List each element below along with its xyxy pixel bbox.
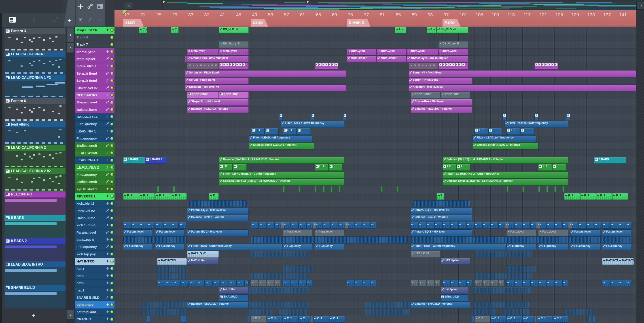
pattern-item[interactable]: LEAD CALIFORNIA 1 <box>4 51 66 74</box>
playlist-clip[interactable]: ↦athm..yren <box>376 49 406 55</box>
playlist-clip[interactable]: Filter - rees fi..utoff frequency <box>281 121 344 127</box>
playlist-clip[interactable]: ↦ <box>179 222 187 229</box>
playlist-clip[interactable]: ↦T..e <box>139 27 147 33</box>
playlist-clip[interactable]: Balance - kick 2 - Volume <box>187 215 249 221</box>
playlist-clip[interactable]: ↦ <box>514 222 522 229</box>
playlist-clip[interactable]: ↦R..1 <box>580 193 596 200</box>
playlist-clip[interactable]: ↦ <box>522 222 530 229</box>
playlist-clip[interactable] <box>343 114 346 120</box>
pattern-item-header[interactable]: REEZ INTRO <box>4 191 66 197</box>
playlist-clip[interactable]: L..1 <box>474 128 488 135</box>
playlist-clip[interactable] <box>141 309 155 316</box>
playlist-clip[interactable]: ↦C..1 <box>506 316 522 323</box>
track-header[interactable]: athmo..yren <box>75 48 114 55</box>
playlist-clip[interactable] <box>562 186 564 193</box>
playlist-clip[interactable]: ↦R.. <box>209 193 219 200</box>
playlist-clip[interactable]: ↦ <box>237 280 245 286</box>
playlist-clip[interactable]: ×DS_VL..ry_E <box>438 41 468 48</box>
playlist-clip[interactable]: ↦ <box>562 280 568 286</box>
pattern-item-header[interactable]: LEAD CALIFORNIA 1 #2 <box>4 75 66 81</box>
track-enable-led[interactable] <box>110 159 114 162</box>
playlist-clip[interactable] <box>546 186 548 193</box>
playlist-clip[interactable]: Fil..equency <box>602 244 632 250</box>
track-enable-led[interactable] <box>110 36 114 39</box>
playlist-clip[interactable]: ↦athm..yren <box>219 49 248 55</box>
playlist-clip[interactable]: ×Para..level <box>506 229 536 236</box>
track-header[interactable]: LEAD..NIA 2♪ <box>75 164 114 171</box>
playlist-clip[interactable]: ↦athm..yren <box>187 49 219 55</box>
track-enable-led[interactable] <box>110 115 114 118</box>
pattern-item[interactable]: LEAD BLUE INTRO <box>4 261 66 284</box>
playlist-clip[interactable]: ↦ <box>221 280 228 286</box>
playlist-clip[interactable]: ↦R..1 <box>155 193 171 200</box>
playlist-clip[interactable]: L..1 <box>283 128 296 135</box>
playlist-clip[interactable]: Filter - bass - Cutoff frequency <box>410 244 506 250</box>
playlist-clip[interactable]: Param..level <box>123 229 153 236</box>
playlist-clip[interactable] <box>538 186 540 193</box>
playlist-clip[interactable]: ×REEZ..TRO <box>440 92 470 98</box>
track-header[interactable]: BASSS..FI LL♪ <box>75 113 114 120</box>
track-enable-led[interactable] <box>110 180 114 184</box>
track-enable-led[interactable] <box>110 187 114 191</box>
playlist-clip[interactable]: Kickstart - Mix level #2 <box>408 85 636 91</box>
playlist-clip[interactable]: ↦athm..yren <box>406 49 438 55</box>
playlist-clip[interactable]: × <box>345 222 348 229</box>
playlist-clip[interactable]: ↦ <box>213 280 221 286</box>
playlist-clip[interactable]: ↦T..e <box>171 27 179 33</box>
track-enable-led[interactable] <box>110 86 114 90</box>
playlist-clip[interactable]: ×C..1 <box>474 316 490 323</box>
playlist-clip[interactable]: Endless Smile 3..EAD 1 - Intensit <box>249 142 314 149</box>
playlist-clip[interactable] <box>506 186 508 193</box>
pattern-item-header[interactable]: Pattern 3 <box>4 28 66 34</box>
playlist-clip[interactable]: ↦ <box>522 280 530 286</box>
playlist-clip[interactable] <box>283 186 285 193</box>
playlist-clip[interactable]: SNA..UILD <box>440 295 468 301</box>
track-enable-led[interactable] <box>110 130 114 133</box>
playlist-clip[interactable]: ↦ <box>363 222 370 229</box>
scroll-up-button[interactable]: ∧ <box>67 43 74 53</box>
resize-icon[interactable]: ↔ <box>98 17 102 22</box>
track-enable-led[interactable] <box>110 151 114 155</box>
playlist-clip[interactable]: Filter - Ld HUMANS 2 - Cutoff frequency <box>442 172 568 178</box>
track-enable-led[interactable] <box>110 224 114 227</box>
playlist-clip[interactable]: HAT..tiplier <box>440 258 470 265</box>
playlist-clip[interactable]: ×DS_VL..ry_E <box>219 41 248 48</box>
playlist-clip[interactable]: ↦ <box>171 222 179 229</box>
playlist-clip[interactable]: ↦ <box>626 280 632 286</box>
track-enable-led[interactable] <box>110 28 114 32</box>
playlist-clip[interactable]: ↦ <box>610 280 618 286</box>
track-header[interactable]: Param..level <box>75 229 114 236</box>
track-header[interactable]: LEAD..WOMP♪ <box>75 149 114 157</box>
pattern-item[interactable]: lead ethnic <box>4 121 66 144</box>
playlist-clip[interactable]: ×C..1 <box>251 316 266 323</box>
playlist-clip[interactable]: Fil..equency <box>155 244 185 250</box>
playhead-marker[interactable] <box>123 10 128 14</box>
playlist-grid[interactable]: ↦T..e↦T..eDS_VLO..el↦T..e↦T..eDS_VLO..el… <box>114 26 636 323</box>
pattern-item[interactable]: REEZ INTRO <box>4 191 66 214</box>
playlist-clip[interactable]: L..2 <box>315 164 328 171</box>
playlist-clip[interactable]: Param. EQ 2 - Mix level #2 <box>410 208 472 214</box>
playlist-clip[interactable]: Fil..equency <box>570 244 600 250</box>
playlist-clip[interactable]: ↦ <box>554 280 562 286</box>
playlist-clip[interactable] <box>502 114 506 120</box>
playlist-clip[interactable] <box>249 302 308 308</box>
playlist-clip[interactable]: Param. EQ 2 - Mix level <box>187 229 249 236</box>
track-header[interactable]: hat 1 <box>75 287 114 294</box>
track-header[interactable]: Kickst..vel #2 <box>75 84 114 92</box>
playlist-clip[interactable]: ↦ <box>355 222 362 229</box>
track-enable-led[interactable] <box>110 166 114 169</box>
track-header[interactable]: athm..tiplier <box>75 55 114 62</box>
playlist-clip[interactable]: ↦R..1 <box>612 193 628 200</box>
playlist-clip[interactable] <box>315 186 317 193</box>
playlist-clip[interactable]: ↦ <box>458 222 466 229</box>
track-header[interactable]: Shaper..level <box>75 99 114 106</box>
pattern-item[interactable]: SNARE BUILD <box>4 285 66 307</box>
playlist-clip[interactable] <box>339 186 340 193</box>
playlist-clip[interactable]: × <box>313 222 316 229</box>
track-enable-led[interactable] <box>110 57 114 61</box>
playlist-clip[interactable]: Balance (Slot 10) - Ld HUMANS 2 - Volume <box>219 157 344 164</box>
playlist-clip[interactable]: ↦ <box>602 222 610 229</box>
playlist-clip[interactable]: ↦C..1 <box>329 316 345 323</box>
timeline-marker[interactable]: break 2 <box>347 19 370 26</box>
playlist-clip[interactable]: athm..tiplier <box>376 56 406 62</box>
